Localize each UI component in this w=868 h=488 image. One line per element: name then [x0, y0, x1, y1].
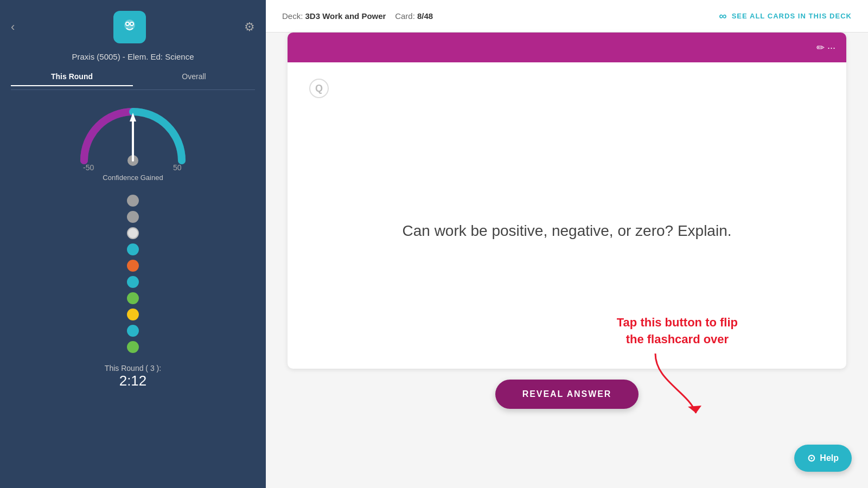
reveal-btn-container: Tap this button to flipthe flashcard ove…	[288, 380, 846, 409]
settings-button[interactable]: ⚙	[244, 20, 255, 34]
reveal-answer-button[interactable]: REVEAL ANSWER	[495, 380, 639, 409]
dot-10	[127, 341, 139, 353]
see-all-label: SEE ALL CARDS IN THIS DECK	[732, 12, 852, 20]
svg-text:50: 50	[173, 163, 182, 171]
dot-6	[127, 276, 139, 288]
round-time: 2:12	[105, 373, 161, 389]
course-title: Praxis (5005) - Elem. Ed: Science	[72, 52, 194, 61]
gauge-container: -50 50	[73, 101, 193, 174]
edit-button[interactable]: ✏ ···	[816, 42, 835, 54]
help-circle-icon: ⊙	[807, 452, 815, 464]
sidebar-top: ‹ ⚙	[11, 11, 255, 43]
deck-name: 3D3 Work and Power	[305, 11, 386, 21]
dot-9	[127, 325, 139, 337]
gauge-svg: -50 50	[73, 101, 193, 171]
tabs-container: This Round Overall	[11, 68, 255, 86]
card-value: 8/48	[417, 11, 433, 21]
svg-point-3	[126, 23, 129, 25]
see-all-button[interactable]: ∞ SEE ALL CARDS IN THIS DECK	[719, 10, 852, 22]
back-button[interactable]: ‹	[11, 20, 15, 34]
card-label: Card:	[395, 11, 415, 21]
svg-marker-10	[688, 406, 701, 413]
dot-3	[127, 227, 139, 239]
tab-overall[interactable]: Overall	[133, 68, 255, 86]
main-header: Deck: 3D3 Work and Power Card: 8/48 ∞ SE…	[266, 0, 868, 33]
infinite-icon: ∞	[719, 10, 727, 22]
dot-2	[127, 211, 139, 223]
dot-8	[127, 309, 139, 320]
deck-info: Deck: 3D3 Work and Power Card: 8/48	[282, 11, 433, 21]
tab-this-round[interactable]: This Round	[11, 68, 133, 86]
round-info: This Round ( 3 ): 2:12	[105, 364, 161, 389]
card-area: ✏ ··· Q Can work be positive, negative, …	[266, 33, 868, 488]
gauge-title: Confidence Gained	[103, 174, 163, 182]
tab-divider	[11, 89, 255, 90]
dot-5	[127, 260, 139, 272]
logo-icon	[113, 11, 146, 43]
svg-point-4	[131, 23, 133, 25]
card-header-bar: ✏ ···	[288, 33, 846, 62]
deck-label: Deck:	[282, 11, 303, 21]
help-button[interactable]: ⊙ Help	[794, 445, 852, 472]
logo-svg	[120, 17, 139, 37]
dots-list	[127, 195, 139, 353]
card-body: Q Can work be positive, negative, or zer…	[288, 62, 846, 369]
help-label: Help	[820, 453, 839, 463]
dot-7	[127, 292, 139, 304]
round-label: This Round ( 3 ):	[105, 364, 161, 373]
question-icon: Q	[309, 79, 329, 98]
dot-1	[127, 195, 139, 207]
sidebar: ‹ ⚙ Praxis (5005) - Elem. Ed: Science Th…	[0, 0, 266, 488]
svg-text:-50: -50	[83, 163, 94, 171]
dot-4	[127, 243, 139, 255]
flashcard: ✏ ··· Q Can work be positive, negative, …	[288, 33, 846, 369]
card-question: Can work be positive, negative, or zero?…	[309, 109, 825, 352]
main-content: Deck: 3D3 Work and Power Card: 8/48 ∞ SE…	[266, 0, 868, 488]
